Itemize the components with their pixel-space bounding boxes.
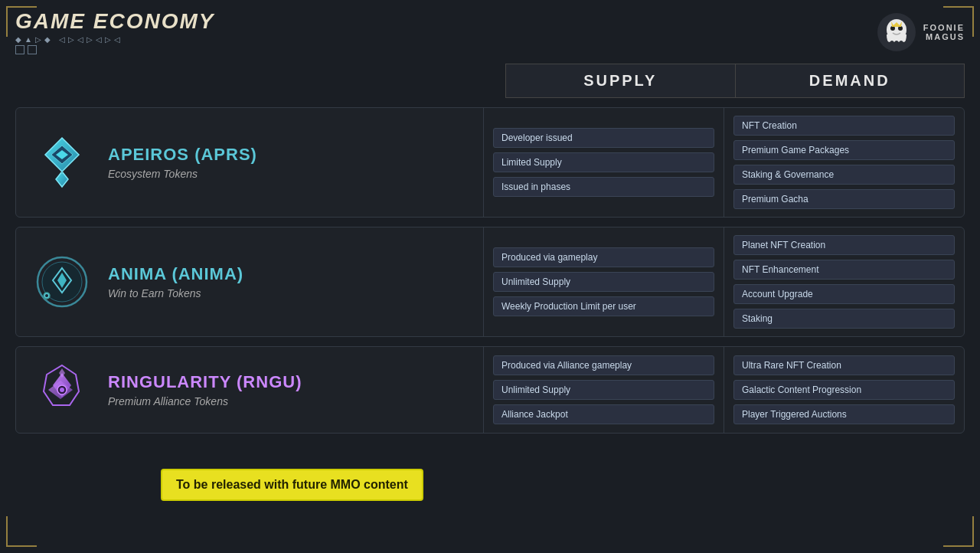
header-spacer (15, 64, 505, 98)
demand-header: DEMAND (735, 64, 965, 98)
ringularity-supply-1: Produced via Alliance gameplay (493, 355, 714, 375)
anima-demand-4: Staking (733, 309, 955, 329)
anima-name-area: ANIMA (ANIMA) Win to Earn Tokens (108, 264, 243, 299)
ringularity-supply: Produced via Alliance gameplay Unlimited… (483, 347, 724, 433)
corner-decoration-tl (6, 6, 37, 37)
token-rows: APEIROS (APRS) Ecosystem Tokens Develope… (0, 104, 980, 437)
ringularity-icon (31, 359, 93, 420)
header: GAME ECONOMY ◆▲▷◆ ◁▷◁▷◁▷◁ FOONIE MAGUS (0, 0, 980, 61)
anima-icon (31, 251, 93, 312)
ringularity-row: RINGULARITY (RNGU) Premium Alliance Toke… (15, 346, 965, 434)
ringularity-info: RINGULARITY (RNGU) Premium Alliance Toke… (16, 347, 483, 433)
apeiros-title: APEIROS (APRS) (108, 145, 257, 165)
apeiros-supply-2: Limited Supply (493, 152, 714, 172)
anima-demand-1: Planet NFT Creation (733, 235, 955, 255)
anima-demand-3: Account Upgrade (733, 284, 955, 304)
supply-header: SUPPLY (505, 64, 735, 98)
apeiros-demand-2: Premium Game Packages (733, 140, 955, 160)
apeiros-info: APEIROS (APRS) Ecosystem Tokens (16, 108, 483, 217)
apeiros-supply: Developer issued Limited Supply Issued i… (483, 108, 724, 217)
anima-demand-2: NFT Enhancement (733, 260, 955, 280)
corner-decoration-tr (943, 6, 974, 37)
apeiros-supply-3: Issued in phases (493, 177, 714, 197)
mini-square-2 (28, 45, 37, 54)
ringularity-demand: Ultra Rare NFT Creation Galactic Content… (724, 347, 964, 433)
apeiros-demand: NFT Creation Premium Game Packages Staki… (724, 108, 964, 217)
apeiros-name-area: APEIROS (APRS) Ecosystem Tokens (108, 145, 257, 180)
ringularity-title: RINGULARITY (RNGU) (108, 372, 302, 392)
apeiros-demand-4: Premium Gacha (733, 189, 955, 209)
apeiros-demand-3: Staking & Governance (733, 165, 955, 185)
ringularity-supply-3: Alliance Jackpot (493, 404, 714, 424)
ringularity-demand-1: Ultra Rare NFT Creation (733, 355, 955, 375)
anima-demand: Planet NFT Creation NFT Enhancement Acco… (724, 227, 964, 336)
corner-decoration-br (943, 516, 974, 547)
svg-point-18 (60, 388, 64, 392)
apeiros-supply-1: Developer issued (493, 128, 714, 148)
anima-subtitle: Win to Earn Tokens (108, 287, 243, 299)
apeiros-icon (31, 132, 93, 193)
anima-info: ANIMA (ANIMA) Win to Earn Tokens (16, 227, 483, 336)
foonie-icon (877, 13, 916, 51)
anima-title: ANIMA (ANIMA) (108, 264, 243, 284)
mini-square-1 (15, 45, 24, 54)
table-headers: SUPPLY DEMAND (15, 64, 965, 98)
anima-supply-1: Produced via gameplay (493, 247, 714, 267)
anima-row: ANIMA (ANIMA) Win to Earn Tokens Produce… (15, 227, 965, 337)
tooltip-box: To be released with future MMO content (161, 469, 423, 501)
ringularity-demand-2: Galactic Content Progression (733, 380, 955, 400)
apeiros-subtitle: Ecosystem Tokens (108, 168, 257, 180)
ringularity-subtitle: Premium Alliance Tokens (108, 395, 302, 407)
apeiros-row: APEIROS (APRS) Ecosystem Tokens Develope… (15, 107, 965, 218)
anima-supply-2: Unlimited Supply (493, 272, 714, 292)
ringularity-demand-3: Player Triggered Auctions (733, 404, 955, 424)
corner-decoration-bl (6, 516, 37, 547)
app-subtitle: ◆▲▷◆ ◁▷◁▷◁▷◁ (15, 35, 214, 44)
anima-supply: Produced via gameplay Unlimited Supply W… (483, 227, 724, 336)
apeiros-demand-1: NFT Creation (733, 116, 955, 136)
anima-supply-3: Weekly Production Limit per user (493, 296, 714, 316)
app-title: GAME ECONOMY (15, 9, 214, 34)
ringularity-name-area: RINGULARITY (RNGU) Premium Alliance Toke… (108, 372, 302, 407)
ringularity-supply-2: Unlimited Supply (493, 380, 714, 400)
svg-point-13 (45, 294, 48, 297)
logo-area: GAME ECONOMY ◆▲▷◆ ◁▷◁▷◁▷◁ (15, 9, 214, 54)
mini-icons (15, 45, 214, 54)
